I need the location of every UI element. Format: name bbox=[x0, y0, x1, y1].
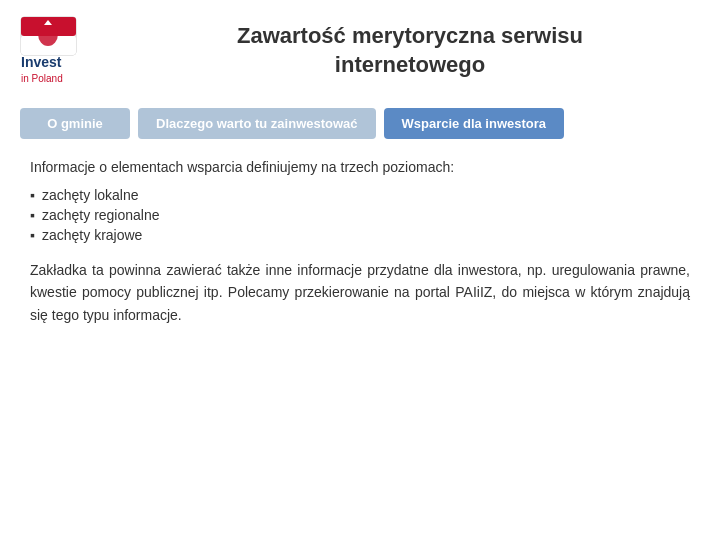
page-title-area: Zawartość merytoryczna serwisu interneto… bbox=[110, 22, 700, 79]
header: Invest in Poland Zawartość merytoryczna … bbox=[0, 0, 720, 98]
bullet-list: zachęty lokalne zachęty regionalne zachę… bbox=[30, 185, 690, 245]
bullet-item-3: zachęty krajowe bbox=[30, 225, 690, 245]
content-area: Informacje o elementach wsparcia definiu… bbox=[0, 149, 720, 540]
title-line2: internetowego bbox=[335, 52, 485, 77]
svg-text:in Poland: in Poland bbox=[21, 73, 63, 84]
svg-point-3 bbox=[38, 22, 58, 46]
invest-poland-logo: Invest in Poland bbox=[16, 12, 104, 90]
tab-dlaczego-warto[interactable]: Dlaczego warto tu zainwestować bbox=[138, 108, 376, 139]
bullet-item-1: zachęty lokalne bbox=[30, 185, 690, 205]
intro-text: Informacje o elementach wsparcia definiu… bbox=[30, 159, 690, 175]
svg-text:Invest: Invest bbox=[21, 54, 62, 70]
page-title: Zawartość merytoryczna serwisu interneto… bbox=[120, 22, 700, 79]
title-line1: Zawartość merytoryczna serwisu bbox=[237, 23, 583, 48]
logo-area: Invest in Poland bbox=[10, 12, 110, 90]
tab-wsparcie[interactable]: Wsparcie dla inwestora bbox=[384, 108, 565, 139]
paragraph-text: Zakładka ta powinna zawierać także inne … bbox=[30, 259, 690, 326]
tab-o-gminie[interactable]: O gminie bbox=[20, 108, 130, 139]
page-container: Invest in Poland Zawartość merytoryczna … bbox=[0, 0, 720, 540]
tabs-row: O gminie Dlaczego warto tu zainwestować … bbox=[0, 98, 720, 149]
bullet-item-2: zachęty regionalne bbox=[30, 205, 690, 225]
